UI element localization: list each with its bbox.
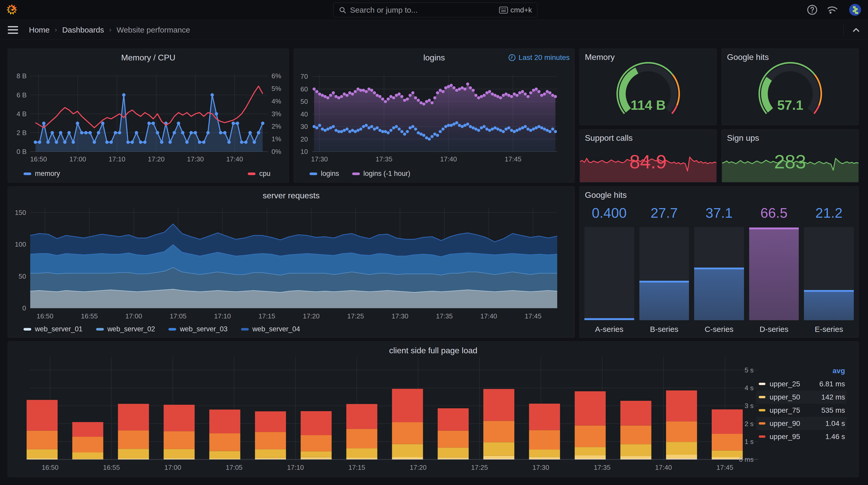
- axis-tick-label: 5%: [272, 85, 281, 93]
- legend-row-upper-90[interactable]: upper_90 1.04 s: [756, 417, 846, 430]
- legend-label: web_server_04: [252, 325, 300, 333]
- bar-value: 0.400: [584, 205, 634, 223]
- bar-gauge-D-series[interactable]: 66.5D-series: [749, 205, 799, 334]
- legend-row-upper-75[interactable]: upper_75 535 ms: [756, 403, 846, 417]
- bar-cap: [804, 290, 854, 292]
- axis-tick-label: 17:20: [148, 155, 164, 163]
- bar-gauge-B-series[interactable]: 27.7B-series: [640, 205, 689, 334]
- legend-item-logins-prev[interactable]: logins (-1 hour): [352, 170, 410, 178]
- panel-logins: logins Last 20 minutes 7060504030201017:…: [294, 48, 575, 183]
- axis-tick-label: 17:00: [69, 155, 86, 163]
- legend-label: web_server_01: [35, 325, 83, 333]
- axis-tick-label: 17:10: [287, 463, 304, 472]
- bar-track: [804, 227, 854, 320]
- axis-tick-label: 17:45: [716, 463, 733, 472]
- search-input[interactable]: Search or jump to... cmd+k: [333, 3, 537, 17]
- legend-item-web_server_03[interactable]: web_server_03: [168, 325, 227, 333]
- legend-header[interactable]: avg: [756, 364, 846, 377]
- legend-swatch: [759, 396, 766, 398]
- bar-gauge-E-series[interactable]: 21.2E-series: [804, 205, 854, 334]
- search-icon: [339, 6, 346, 14]
- breadcrumb-current: Website performance: [117, 26, 190, 34]
- legend-swatch: [24, 328, 31, 330]
- menu-toggle-icon[interactable]: [8, 26, 18, 34]
- breadcrumb-home[interactable]: Home: [29, 26, 50, 34]
- bar-value: 27.7: [640, 205, 689, 223]
- axis-tick-label: 1 s: [745, 438, 753, 446]
- rss-news-icon[interactable]: [828, 4, 839, 15]
- panel-memory-cpu: Memory / CPU 8 B6 B4 B2 B0 B6%5%4%3%2%1%…: [8, 48, 289, 183]
- bar-cap: [749, 228, 799, 229]
- legend-value: 535 ms: [821, 406, 845, 415]
- memory-cpu-chart[interactable]: 8 B6 B4 B2 B0 B6%5%4%3%2%1%0%16:5017:001…: [8, 49, 288, 182]
- legend-row-upper-25[interactable]: upper_25 6.81 ms: [756, 377, 846, 390]
- panel-title[interactable]: Support calls: [585, 133, 633, 143]
- server-requests-chart[interactable]: 15010050016:5016:5517:0017:0517:1017:151…: [8, 187, 574, 337]
- help-icon[interactable]: [807, 4, 818, 15]
- top-nav-bar: Search or jump to... cmd+k: [0, 0, 868, 20]
- legend-swatch: [248, 172, 255, 175]
- axis-tick-label: 16:50: [37, 312, 54, 320]
- legend-item-web_server_04[interactable]: web_server_04: [241, 325, 300, 333]
- panel-page-load: client side full page load 5 s4 s3 s2 s1…: [8, 342, 859, 477]
- legend-item-logins[interactable]: logins: [309, 170, 339, 178]
- legend-item-web_server_02[interactable]: web_server_02: [96, 325, 155, 333]
- bar-fill: [749, 229, 799, 320]
- axis-tick-label: 0%: [272, 148, 281, 156]
- axis-tick-label: 50: [19, 272, 26, 281]
- bar-fill: [694, 269, 744, 320]
- legend-item-web_server_01[interactable]: web_server_01: [24, 325, 83, 333]
- panel-title[interactable]: Google hits: [585, 190, 627, 200]
- axis-tick-label: 16:50: [41, 463, 58, 472]
- axis-tick-label: 17:05: [170, 312, 187, 320]
- legend-swatch: [759, 409, 766, 411]
- divider: [843, 24, 844, 36]
- svg-text:57.1: 57.1: [777, 98, 803, 112]
- legend-label: memory: [35, 170, 60, 178]
- axis-tick-label: 0: [23, 304, 26, 312]
- page-load-chart[interactable]: 5 s4 s3 s2 s1 s0 ms16:5016:5517:0017:051…: [8, 342, 859, 477]
- svg-text:114 B: 114 B: [630, 98, 666, 112]
- shortcut-label: cmd+k: [510, 6, 532, 14]
- legend-swatch: [352, 172, 360, 175]
- chevron-right-icon: ›: [109, 26, 111, 34]
- axis-tick-label: 17:45: [505, 155, 522, 163]
- legend-item-cpu[interactable]: cpu: [248, 170, 271, 178]
- legend-value: 142 ms: [821, 393, 845, 401]
- bar-gauge-C-series[interactable]: 37.1C-series: [694, 205, 744, 334]
- panel-support-calls: Support calls 84.9: [580, 129, 717, 183]
- legend-swatch: [759, 422, 766, 425]
- axis-tick-label: 16:55: [81, 312, 98, 320]
- bar-label: D-series: [749, 325, 799, 334]
- axis-tick-label: 17:45: [525, 312, 541, 320]
- panel-title[interactable]: Sign ups: [727, 133, 759, 143]
- bar-gauge-A-series[interactable]: 0.400A-series: [584, 205, 634, 334]
- collapse-chevron-up-icon[interactable]: [851, 25, 861, 35]
- breadcrumb: Home › Dashboards › Website performance: [29, 26, 190, 34]
- axis-tick-label: 5 s: [745, 366, 753, 374]
- legend-row-upper-95[interactable]: upper_95 1.46 s: [756, 430, 846, 443]
- legend-label: cpu: [259, 170, 271, 178]
- bar-cap: [694, 267, 744, 269]
- bar-value: 66.5: [749, 205, 799, 223]
- logins-chart[interactable]: 7060504030201017:3017:3517:4017:45: [294, 49, 574, 182]
- bar-cap: [640, 281, 689, 283]
- panel-memory-gauge: Memory 114 B: [580, 48, 717, 125]
- shortcut-badge: cmd+k: [499, 6, 532, 14]
- legend-row-upper-50[interactable]: upper_50 142 ms: [756, 390, 846, 403]
- user-avatar[interactable]: [849, 4, 861, 16]
- axis-tick-label: 20: [301, 135, 308, 143]
- axis-tick-label: 17:40: [440, 155, 457, 163]
- axis-tick-label: 6%: [272, 72, 281, 80]
- grafana-logo-icon[interactable]: [6, 4, 18, 16]
- axis-tick-label: 17:40: [655, 463, 672, 472]
- axis-tick-label: 17:00: [164, 463, 181, 472]
- bar-value: 21.2: [804, 205, 854, 223]
- legend-swatch: [309, 172, 317, 175]
- google-hits-gauge: 57.1: [751, 60, 829, 122]
- legend-item-memory[interactable]: memory: [24, 170, 60, 178]
- axis-tick-label: 17:25: [347, 312, 364, 320]
- axis-tick-label: 6 B: [17, 91, 27, 99]
- legend-value: 1.46 s: [826, 432, 845, 441]
- breadcrumb-dashboards[interactable]: Dashboards: [62, 26, 104, 34]
